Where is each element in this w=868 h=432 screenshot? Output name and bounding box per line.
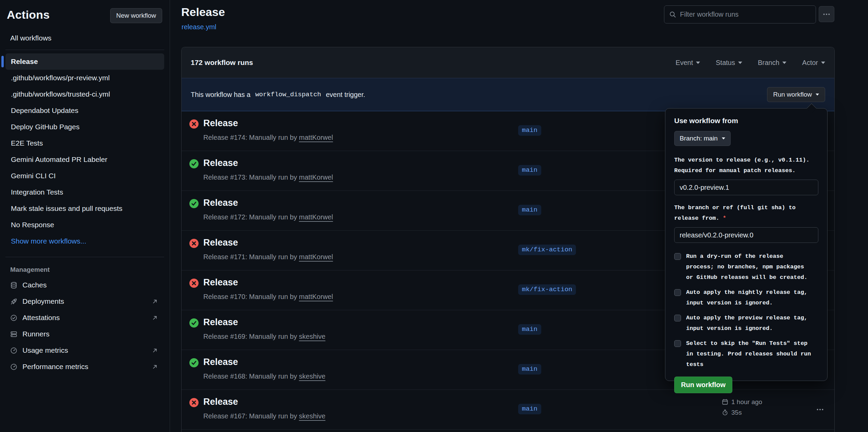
banner-code: workflow_dispatch xyxy=(255,91,321,98)
filter-event-dropdown[interactable]: Event xyxy=(676,59,700,67)
success-icon xyxy=(189,358,199,367)
run-title[interactable]: Release xyxy=(203,357,238,367)
filter-branch-dropdown[interactable]: Branch xyxy=(758,59,786,67)
run-actor-link[interactable]: skeshive xyxy=(299,333,325,340)
failure-icon xyxy=(189,239,199,248)
run-title[interactable]: Release xyxy=(203,158,238,168)
sidebar-item-dependabot-updates[interactable]: Dependabot Updates xyxy=(5,102,164,119)
run-actor-link[interactable]: mattKorwel xyxy=(299,213,333,221)
workflow-run-row[interactable]: ReleaseRelease #167: Manually run by ske… xyxy=(182,390,834,430)
filter-actor-dropdown[interactable]: Actor xyxy=(802,59,825,67)
run-description-text: Release #171: Manually run by xyxy=(203,253,297,261)
run-actor-link[interactable]: mattKorwel xyxy=(299,173,333,181)
run-title[interactable]: Release xyxy=(203,198,238,208)
failure-icon xyxy=(189,279,199,288)
popover-field-input[interactable] xyxy=(674,227,818,243)
sidebar-item-github-workflows-pr-review-yml[interactable]: .github/workflows/pr-review.yml xyxy=(5,70,164,86)
run-actor-link[interactable]: skeshive xyxy=(299,372,325,380)
management-item-label: Attestations xyxy=(22,314,60,322)
run-description: Release #168: Manually run by skeshive xyxy=(203,372,325,380)
sidebar-item-github-workflows-trusted-ci-yml[interactable]: .github/workflows/trusted-ci.yml xyxy=(5,86,164,102)
checkbox[interactable] xyxy=(674,289,681,296)
run-workflow-dropdown-button[interactable]: Run workflow xyxy=(767,87,825,102)
branch-badge[interactable]: main xyxy=(518,404,541,414)
checkbox-label: Auto apply the preview release tag, inpu… xyxy=(686,313,813,334)
run-description: Release #170: Manually run by mattKorwel xyxy=(203,293,333,301)
run-actor-link[interactable]: mattKorwel xyxy=(299,134,333,141)
sidebar-item-release[interactable]: Release xyxy=(5,53,164,70)
branch-badge[interactable]: mk/fix-action xyxy=(518,245,576,255)
branch-badge[interactable]: mk/fix-action xyxy=(518,284,576,295)
sidebar-item-caches[interactable]: Caches xyxy=(0,277,170,293)
checkbox[interactable] xyxy=(674,340,681,347)
branch-badge[interactable]: main xyxy=(518,324,541,335)
run-actor-link[interactable]: mattKorwel xyxy=(299,293,333,300)
sidebar-item-deploy-github-pages[interactable]: Deploy GitHub Pages xyxy=(5,119,164,135)
filter-workflow-runs-input[interactable] xyxy=(680,11,811,18)
sidebar-item-no-response[interactable]: No Response xyxy=(5,217,164,233)
filter-status-dropdown[interactable]: Status xyxy=(716,59,742,67)
sidebar-item-deployments[interactable]: Deployments xyxy=(0,293,170,310)
workflow-options-kebab-button[interactable] xyxy=(819,6,834,22)
run-time: 1 hour ago xyxy=(731,398,762,406)
verified-icon xyxy=(10,314,17,321)
popover-field-input[interactable] xyxy=(674,180,818,195)
workflow-file-link[interactable]: release.yml xyxy=(182,23,216,31)
chevron-down-icon xyxy=(696,62,700,64)
sidebar-item-integration-tests[interactable]: Integration Tests xyxy=(5,184,164,200)
management-list: CachesDeploymentsAttestationsRunnersUsag… xyxy=(0,277,170,375)
runs-list-header: 172 workflow runs EventStatusBranchActor xyxy=(182,47,834,78)
sidebar-item-gemini-cli-ci[interactable]: Gemini CLI CI xyxy=(5,168,164,184)
banner-text-suffix: event trigger. xyxy=(326,91,365,99)
run-actor-link[interactable]: skeshive xyxy=(299,412,325,420)
checkbox-label: Run a dry-run of the release process; no… xyxy=(686,251,813,283)
success-icon xyxy=(189,318,199,328)
run-menu-kebab-button[interactable] xyxy=(813,403,828,416)
field-label-text: The version to release (e.g., v0.1.11). … xyxy=(674,157,810,174)
run-title[interactable]: Release xyxy=(203,277,238,288)
workflow-list: Release.github/workflows/pr-review.yml.g… xyxy=(0,50,170,249)
checkbox[interactable] xyxy=(674,315,681,321)
popover-fields: The version to release (e.g., v0.1.11). … xyxy=(674,155,818,247)
checkbox-label: Select to skip the "Run Tests" step in t… xyxy=(686,338,813,370)
branch-badge[interactable]: main xyxy=(518,125,541,136)
run-title[interactable]: Release xyxy=(203,118,238,129)
run-description-text: Release #167: Manually run by xyxy=(203,412,297,420)
new-workflow-button[interactable]: New workflow xyxy=(110,8,162,23)
chevron-down-icon xyxy=(722,137,725,139)
actions-sidebar: Actions New workflow All workflows Relea… xyxy=(0,0,170,432)
arrow-up-right-icon xyxy=(152,347,158,354)
chevron-down-icon xyxy=(738,62,742,64)
success-icon xyxy=(189,199,199,208)
branch-badge[interactable]: main xyxy=(518,364,541,375)
sidebar-show-more-workflows[interactable]: Show more workflows... xyxy=(5,233,164,249)
main-content: Release release.yml 172 workflow runs Ev… xyxy=(170,0,868,432)
branch-selector-label: Branch: main xyxy=(680,135,718,142)
kebab-icon xyxy=(823,11,830,18)
run-title[interactable]: Release xyxy=(203,237,238,248)
checkbox[interactable] xyxy=(674,253,681,260)
sidebar-item-all-workflows[interactable]: All workflows xyxy=(10,34,170,42)
sidebar-item-usage-metrics[interactable]: Usage metrics xyxy=(0,342,170,359)
run-workflow-submit-button[interactable]: Run workflow xyxy=(674,377,732,393)
sidebar-item-gemini-automated-pr-labeler[interactable]: Gemini Automated PR Labeler xyxy=(5,151,164,168)
run-title[interactable]: Release xyxy=(203,397,238,407)
meter-icon xyxy=(10,363,17,370)
sidebar-item-mark-stale-issues-and-pull-requests[interactable]: Mark stale issues and pull requests xyxy=(5,200,164,217)
branch-badge[interactable]: main xyxy=(518,205,541,215)
popover-checkbox-row: Select to skip the "Run Tests" step in t… xyxy=(674,338,818,370)
sidebar-item-performance-metrics[interactable]: Performance metrics xyxy=(0,359,170,375)
runs-count: 172 workflow runs xyxy=(191,59,253,67)
popover-checkbox-row: Auto apply the nightly release tag, inpu… xyxy=(674,287,818,308)
run-duration: 35s xyxy=(731,409,742,416)
sidebar-item-runners[interactable]: Runners xyxy=(0,326,170,342)
run-actor-link[interactable]: mattKorwel xyxy=(299,253,333,261)
page-title: Release xyxy=(181,5,225,19)
sidebar-item-attestations[interactable]: Attestations xyxy=(0,310,170,326)
run-title[interactable]: Release xyxy=(203,317,238,328)
run-description-text: Release #169: Manually run by xyxy=(203,333,297,340)
branch-selector-button[interactable]: Branch: main xyxy=(674,131,731,146)
branch-badge[interactable]: main xyxy=(518,165,541,176)
required-asterisk: * xyxy=(719,215,726,221)
sidebar-item-e2e-tests[interactable]: E2E Tests xyxy=(5,135,164,151)
